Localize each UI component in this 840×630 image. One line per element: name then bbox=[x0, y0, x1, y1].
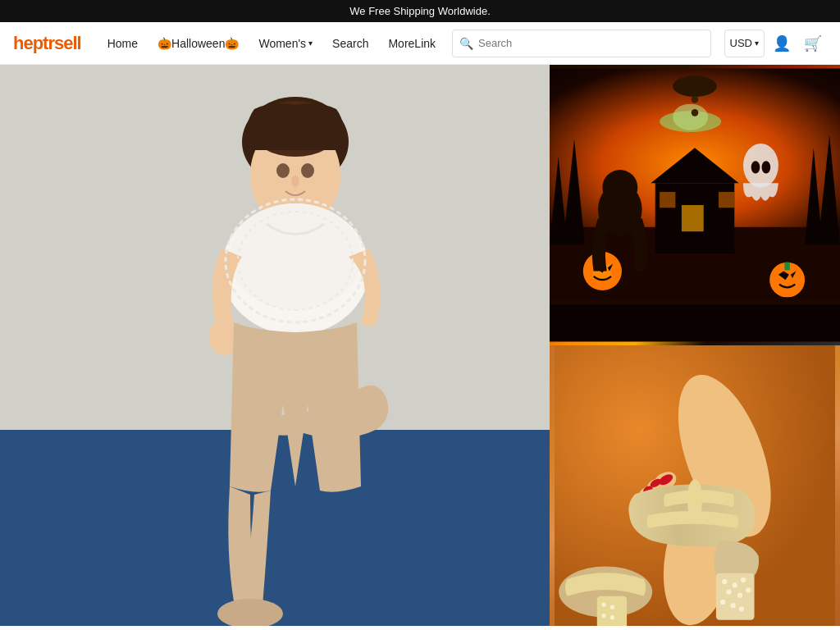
svg-point-65 bbox=[610, 605, 614, 609]
svg-point-37 bbox=[673, 75, 717, 97]
chevron-down-icon: ▾ bbox=[755, 39, 759, 48]
hero-banner[interactable] bbox=[0, 65, 550, 626]
announcement-text: We Free Shipping Worldwide. bbox=[349, 5, 491, 17]
svg-point-36 bbox=[673, 104, 708, 130]
nav-item-halloween[interactable]: 🎃Halloween🎃 bbox=[148, 22, 249, 65]
sandals-background bbox=[550, 345, 840, 626]
nav-item-womens[interactable]: Women's ▾ bbox=[249, 22, 322, 65]
main-content bbox=[0, 65, 840, 626]
svg-point-10 bbox=[291, 176, 299, 187]
svg-point-39 bbox=[692, 109, 699, 116]
halloween-shirt-background bbox=[550, 65, 840, 345]
svg-rect-18 bbox=[682, 205, 704, 231]
nav-item-home[interactable]: Home bbox=[98, 22, 148, 65]
svg-point-60 bbox=[731, 603, 736, 608]
halloween-shirt-tile[interactable] bbox=[550, 65, 840, 345]
user-icon: 👤 bbox=[773, 34, 791, 52]
logo-text: heptrsell bbox=[13, 33, 81, 53]
nav-search-label: Search bbox=[332, 37, 368, 50]
svg-point-67 bbox=[610, 615, 614, 619]
halloween-shirt-svg bbox=[550, 65, 840, 345]
svg-point-66 bbox=[602, 614, 606, 618]
svg-point-33 bbox=[751, 161, 760, 173]
search-icon: 🔍 bbox=[459, 37, 473, 50]
currency-selector[interactable]: USD ▾ bbox=[724, 30, 765, 57]
svg-point-34 bbox=[762, 161, 771, 173]
chevron-down-icon: ▾ bbox=[308, 39, 313, 48]
svg-point-53 bbox=[722, 579, 727, 584]
svg-point-61 bbox=[739, 606, 744, 611]
cart-icon-button[interactable]: 🛒 bbox=[799, 30, 827, 57]
svg-rect-20 bbox=[719, 192, 734, 208]
cart-icon: 🛒 bbox=[804, 34, 822, 52]
svg-point-64 bbox=[602, 603, 606, 607]
svg-point-56 bbox=[726, 589, 731, 594]
svg-point-31 bbox=[602, 170, 637, 205]
user-icon-button[interactable]: 👤 bbox=[768, 30, 796, 57]
sandals-tile[interactable] bbox=[550, 345, 840, 626]
nav-womens-label: Women's bbox=[258, 37, 306, 50]
header-right: USD ▾ 👤 🛒 bbox=[724, 30, 827, 57]
currency-label: USD bbox=[730, 37, 752, 49]
hero-person bbox=[90, 93, 500, 626]
svg-point-32 bbox=[743, 144, 778, 188]
nav-morelink-label: MoreLink bbox=[388, 37, 436, 50]
nav-halloween-label: 🎃Halloween🎃 bbox=[158, 37, 239, 50]
svg-point-59 bbox=[720, 600, 725, 605]
svg-point-58 bbox=[746, 587, 751, 592]
svg-rect-19 bbox=[660, 192, 675, 208]
search-bar: 🔍 bbox=[452, 30, 711, 57]
right-column bbox=[550, 65, 840, 626]
svg-point-54 bbox=[733, 582, 737, 587]
svg-rect-41 bbox=[550, 298, 840, 305]
header: heptrsell Home 🎃Halloween🎃 Women's ▾ Sea… bbox=[0, 22, 840, 65]
svg-point-57 bbox=[737, 593, 742, 598]
svg-rect-27 bbox=[784, 262, 789, 271]
search-input[interactable] bbox=[478, 37, 704, 49]
navigation: Home 🎃Halloween🎃 Women's ▾ Search MoreLi… bbox=[98, 22, 445, 65]
svg-point-38 bbox=[692, 96, 699, 103]
nav-item-search[interactable]: Search bbox=[322, 22, 378, 65]
sandals-svg bbox=[550, 345, 840, 626]
svg-rect-63 bbox=[597, 596, 627, 626]
svg-point-55 bbox=[741, 578, 746, 582]
nav-item-morelink[interactable]: MoreLink bbox=[378, 22, 445, 65]
nav-home-label: Home bbox=[107, 37, 138, 50]
svg-point-8 bbox=[276, 163, 290, 178]
svg-point-9 bbox=[301, 163, 314, 178]
svg-point-5 bbox=[230, 203, 361, 310]
svg-rect-52 bbox=[716, 573, 755, 620]
svg-point-7 bbox=[217, 599, 283, 626]
announcement-bar: We Free Shipping Worldwide. bbox=[0, 0, 840, 22]
hero-person-svg bbox=[90, 93, 500, 626]
logo[interactable]: heptrsell bbox=[13, 33, 81, 54]
